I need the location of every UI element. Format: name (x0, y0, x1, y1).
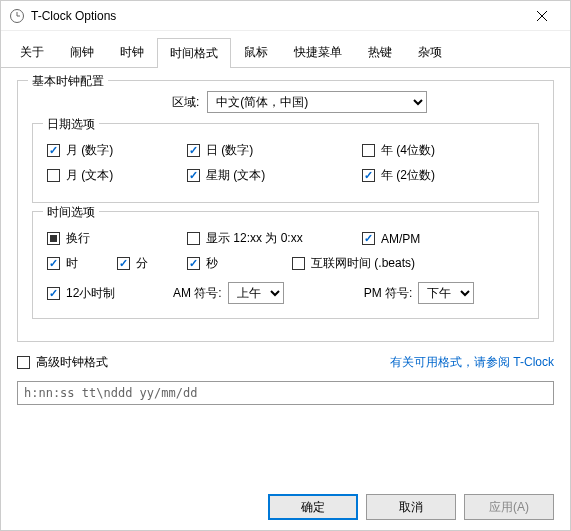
check-label: 年 (2位数) (381, 167, 435, 184)
tab-clock[interactable]: 时钟 (107, 37, 157, 67)
tab-bar: 关于 闹钟 时钟 时间格式 鼠标 快捷菜单 热键 杂项 (1, 31, 570, 68)
apply-button[interactable]: 应用(A) (464, 494, 554, 520)
time-options-title: 时间选项 (43, 204, 99, 221)
checkbox-icon (362, 169, 375, 182)
checkbox-icon (47, 257, 60, 270)
check-advanced-format[interactable]: 高级时钟格式 (17, 354, 108, 371)
check-month-text[interactable]: 月 (文本) (47, 167, 187, 184)
check-label: 换行 (66, 230, 90, 247)
checkbox-icon (47, 144, 60, 157)
am-symbol-select[interactable]: 上午 (228, 282, 284, 304)
check-label: 12小时制 (66, 285, 115, 302)
ok-button[interactable]: 确定 (268, 494, 358, 520)
locale-row: 区域: 中文(简体，中国) (32, 91, 539, 113)
tab-misc[interactable]: 杂项 (405, 37, 455, 67)
window-title: T-Clock Options (31, 9, 522, 23)
check-label: 月 (数字) (66, 142, 113, 159)
check-label: 年 (4位数) (381, 142, 435, 159)
close-button[interactable] (522, 2, 562, 30)
date-options-group: 日期选项 月 (数字) 日 (数字) 年 (4位数) 月 (文本) 星期 (文本… (32, 123, 539, 203)
checkbox-icon (47, 287, 60, 300)
check-label: 显示 12:xx 为 0:xx (206, 230, 303, 247)
checkbox-icon (187, 232, 200, 245)
checkbox-icon (117, 257, 130, 270)
checkbox-icon (362, 232, 375, 245)
check-12hour[interactable]: 12小时制 (47, 285, 147, 302)
cancel-button[interactable]: 取消 (366, 494, 456, 520)
checkbox-icon (187, 169, 200, 182)
locale-label: 区域: (172, 94, 199, 111)
check-ampm[interactable]: AM/PM (362, 230, 420, 247)
check-label: 时 (66, 255, 78, 272)
advanced-row: 高级时钟格式 有关可用格式，请参阅 T-Clock (17, 354, 554, 371)
tab-content: 基本时钟配置 区域: 中文(简体，中国) 日期选项 月 (数字) 日 (数字) … (1, 68, 570, 483)
check-label: 互联网时间 (.beats) (311, 255, 415, 272)
check-label: 月 (文本) (66, 167, 113, 184)
check-second[interactable]: 秒 (187, 255, 292, 272)
checkbox-icon (187, 144, 200, 157)
tab-timeformat[interactable]: 时间格式 (157, 38, 231, 68)
titlebar: T-Clock Options (1, 1, 570, 31)
pm-symbol-label: PM 符号: (364, 285, 413, 302)
clock-icon (9, 8, 25, 24)
checkbox-icon (17, 356, 30, 369)
check-label: 秒 (206, 255, 218, 272)
check-label: 分 (136, 255, 148, 272)
check-year-4digit[interactable]: 年 (4位数) (362, 142, 435, 159)
close-icon (537, 11, 547, 21)
check-label: AM/PM (381, 232, 420, 246)
check-day-number[interactable]: 日 (数字) (187, 142, 362, 159)
tab-mouse[interactable]: 鼠标 (231, 37, 281, 67)
format-help-link[interactable]: 有关可用格式，请参阅 T-Clock (390, 354, 554, 371)
check-show12as0[interactable]: 显示 12:xx 为 0:xx (187, 230, 362, 247)
dialog-buttons: 确定 取消 应用(A) (1, 483, 570, 530)
time-options-group: 时间选项 换行 显示 12:xx 为 0:xx AM/PM 时 分 秒 互联网时… (32, 211, 539, 319)
tab-hotkey[interactable]: 热键 (355, 37, 405, 67)
tab-quickmenu[interactable]: 快捷菜单 (281, 37, 355, 67)
options-dialog: T-Clock Options 关于 闹钟 时钟 时间格式 鼠标 快捷菜单 热键… (0, 0, 571, 531)
checkbox-icon (362, 144, 375, 157)
tab-about[interactable]: 关于 (7, 37, 57, 67)
check-internet-time[interactable]: 互联网时间 (.beats) (292, 255, 415, 272)
check-label: 高级时钟格式 (36, 354, 108, 371)
check-year-2digit[interactable]: 年 (2位数) (362, 167, 435, 184)
check-hour[interactable]: 时 (47, 255, 117, 272)
am-symbol-label: AM 符号: (173, 285, 222, 302)
basic-clock-fieldset: 基本时钟配置 区域: 中文(简体，中国) 日期选项 月 (数字) 日 (数字) … (17, 80, 554, 342)
check-weekday-text[interactable]: 星期 (文本) (187, 167, 362, 184)
format-string-input[interactable] (17, 381, 554, 405)
checkbox-icon (292, 257, 305, 270)
checkbox-icon (47, 232, 60, 245)
check-linebreak[interactable]: 换行 (47, 230, 187, 247)
date-options-title: 日期选项 (43, 116, 99, 133)
tab-alarm[interactable]: 闹钟 (57, 37, 107, 67)
check-label: 日 (数字) (206, 142, 253, 159)
check-label: 星期 (文本) (206, 167, 265, 184)
check-month-number[interactable]: 月 (数字) (47, 142, 187, 159)
basic-legend: 基本时钟配置 (28, 73, 108, 90)
checkbox-icon (47, 169, 60, 182)
check-minute[interactable]: 分 (117, 255, 187, 272)
locale-select[interactable]: 中文(简体，中国) (207, 91, 427, 113)
checkbox-icon (187, 257, 200, 270)
pm-symbol-select[interactable]: 下午 (418, 282, 474, 304)
